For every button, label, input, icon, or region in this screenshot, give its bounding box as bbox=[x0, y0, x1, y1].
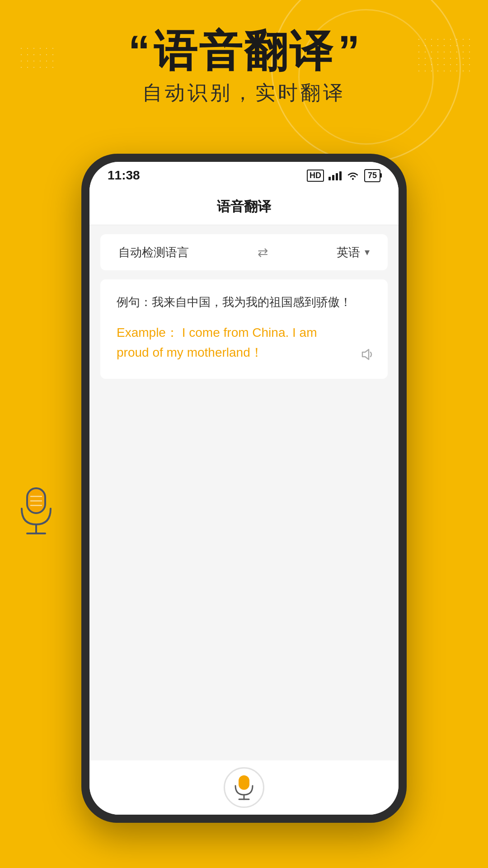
source-language[interactable]: 自动检测语言 bbox=[118, 245, 189, 260]
language-bar[interactable]: 自动检测语言 ⇄ 英语 ▾ bbox=[100, 234, 388, 270]
mic-button[interactable] bbox=[224, 767, 264, 808]
app-header: 语音翻译 bbox=[89, 189, 399, 225]
subtitle: 自动识别，实时翻译 bbox=[0, 80, 488, 106]
target-language-wrapper[interactable]: 英语 ▾ bbox=[337, 245, 370, 260]
quote-left: “ bbox=[128, 29, 150, 73]
status-time: 11:38 bbox=[108, 168, 140, 183]
status-bar: 11:38 HD 75 bbox=[89, 162, 399, 189]
app-title-text: 语音翻译 bbox=[217, 198, 271, 216]
main-content-area bbox=[89, 379, 399, 760]
wifi-icon bbox=[346, 170, 360, 180]
translation-card: 例句：我来自中国，我为我的祖国感到骄傲！ Example： I come fro… bbox=[100, 279, 388, 379]
phone-mockup: 11:38 HD 75 bbox=[81, 154, 407, 823]
status-icons: HD 75 bbox=[307, 169, 380, 182]
speaker-icon[interactable] bbox=[360, 347, 374, 365]
svg-marker-8 bbox=[362, 349, 369, 359]
hd-label: HD bbox=[307, 170, 324, 182]
source-text: 例句：我来自中国，我为我的祖国感到骄傲！ bbox=[117, 293, 371, 312]
language-swap-icon[interactable]: ⇄ bbox=[258, 245, 268, 260]
quote-right: ” bbox=[338, 29, 360, 73]
signal-icon bbox=[328, 170, 342, 180]
target-language[interactable]: 英语 bbox=[337, 245, 360, 260]
main-title: 语音翻译 bbox=[154, 27, 334, 75]
translated-text: Example： I come from China. I am proud o… bbox=[117, 323, 371, 363]
header-area: “ 语音翻译 ” 自动识别，实时翻译 bbox=[0, 27, 488, 106]
language-dropdown-icon[interactable]: ▾ bbox=[365, 246, 370, 258]
svg-point-7 bbox=[352, 178, 354, 180]
battery-level: 75 bbox=[368, 171, 377, 180]
float-mic-decoration bbox=[14, 484, 59, 540]
phone-screen: 11:38 HD 75 bbox=[89, 162, 399, 815]
bottom-bar bbox=[89, 760, 399, 815]
svg-rect-9 bbox=[239, 775, 249, 790]
battery-icon: 75 bbox=[364, 169, 380, 182]
